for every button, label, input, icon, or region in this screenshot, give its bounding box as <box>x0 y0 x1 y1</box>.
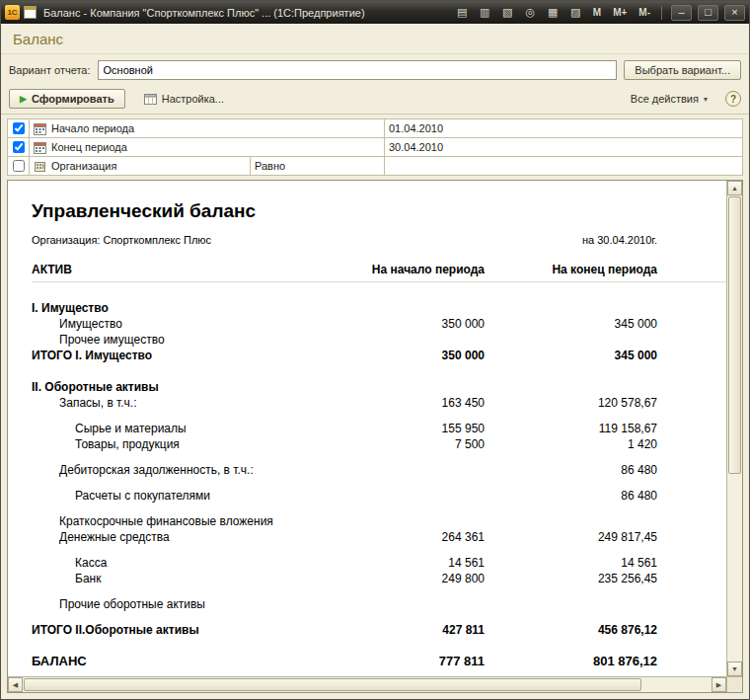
memory-m-button[interactable]: M <box>589 7 605 18</box>
filter-name: Конец периода <box>51 141 127 153</box>
report-row: ИТОГО I. Имущество350 000345 000 <box>32 348 726 363</box>
report-row: I. Имущество <box>32 300 726 316</box>
settings-button[interactable]: Настройка... <box>133 89 235 109</box>
horizontal-scrollbar-track[interactable] <box>642 677 712 692</box>
calendar-icon <box>34 141 46 154</box>
choose-variant-button[interactable]: Выбрать вариант... <box>624 60 741 80</box>
filter-name-cell[interactable]: Организация <box>30 157 251 175</box>
report-row: Дебиторская задолженность, в т.ч.:86 480 <box>32 462 726 478</box>
horizontal-scrollbar[interactable]: ◀ ▶ <box>8 676 726 692</box>
print-icon[interactable]: ▥ <box>476 4 494 21</box>
report-row: БАЛАНС777 811801 876,12 <box>32 654 726 669</box>
scrollbar-corner <box>726 676 742 692</box>
filter-value-cell[interactable] <box>385 157 743 175</box>
scroll-left-button[interactable]: ◀ <box>8 677 23 692</box>
vertical-scrollbar-thumb[interactable] <box>728 196 741 474</box>
app-icon: 1С <box>5 5 20 20</box>
horizontal-scrollbar-thumb[interactable] <box>24 678 641 691</box>
scroll-down-button[interactable]: ▼ <box>727 661 742 676</box>
report-row: Касса14 56114 561 <box>32 555 726 571</box>
filter-checkbox[interactable] <box>13 141 25 153</box>
form-icon <box>24 6 37 19</box>
report-frame: Управленческий баланс Организация: Спорт… <box>7 180 743 693</box>
toolbar-right: Все действия ▾ ? <box>620 89 741 109</box>
calculator-icon[interactable]: ▦ <box>544 4 562 21</box>
column-header-end: На конец периода <box>485 262 657 277</box>
filter-row-organization: Организация Равно <box>8 157 743 176</box>
settings-icon <box>144 93 157 106</box>
minimize-button[interactable]: – <box>671 5 692 21</box>
page-title: Баланс <box>1 24 749 54</box>
window-title: Баланс - Компания "Спорткомплекс Плюс" .… <box>43 7 449 19</box>
scroll-right-button[interactable]: ▶ <box>712 677 726 692</box>
report-row: Сырье и материалы155 950119 158,67 <box>32 421 726 436</box>
calendar-icon[interactable]: ▨ <box>566 4 585 21</box>
report-row-spacer <box>32 545 726 555</box>
chevron-down-icon: ▾ <box>704 95 708 104</box>
filter-value-cell[interactable]: 01.04.2010 <box>385 119 743 137</box>
play-icon: ▶ <box>20 94 27 104</box>
generate-button[interactable]: ▶ Сформировать <box>9 89 125 109</box>
report-area: Управленческий баланс Организация: Спорт… <box>8 181 726 676</box>
memory-m-minus-button[interactable]: M- <box>635 7 654 18</box>
toolbar: ▶ Сформировать Настройка... Все действия… <box>1 85 749 115</box>
close-button[interactable]: × <box>724 5 745 21</box>
help-button[interactable]: ? <box>725 91 741 107</box>
report-variant-row: Вариант отчета: Выбрать вариант... <box>1 54 749 85</box>
filter-checkbox[interactable] <box>13 122 25 134</box>
organization-icon <box>34 160 46 173</box>
maximize-button[interactable]: □ <box>698 5 718 21</box>
filter-checkbox[interactable] <box>13 160 25 172</box>
calendar-icon <box>34 122 46 135</box>
variant-input[interactable] <box>98 60 618 80</box>
filter-checkbox-cell <box>8 119 30 137</box>
report-row-spacer <box>32 478 726 488</box>
report-title: Управленческий баланс <box>32 200 726 222</box>
app-window: 1С Баланс - Компания "Спорткомплекс Плюс… <box>0 0 750 700</box>
filter-name-cell[interactable]: Начало периода <box>30 119 385 137</box>
report-row: Расчеты с покупателями86 480 <box>32 488 726 504</box>
filter-value-cell[interactable]: 30.04.2010 <box>385 138 743 156</box>
report-row-spacer <box>32 586 726 596</box>
report-organization: Организация: Спорткомплекс Плюс <box>32 234 211 246</box>
print-preview-icon[interactable]: ▧ <box>498 4 517 21</box>
all-actions-label: Все действия <box>631 93 699 105</box>
report-row: Товары, продукция7 5001 420 <box>32 436 726 452</box>
report-row-spacer <box>32 452 726 462</box>
all-actions-button[interactable]: Все действия ▾ <box>620 89 718 109</box>
filter-checkbox-cell <box>8 157 30 175</box>
report-rows: I. ИмуществоИмущество350 000345 000Проче… <box>32 300 726 669</box>
memory-m-plus-button[interactable]: M+ <box>609 7 631 18</box>
find-icon[interactable]: ◎ <box>521 4 540 21</box>
titlebar: 1С Баланс - Компания "Спорткомплекс Плюс… <box>1 1 749 24</box>
filter-row-start-period: Начало периода 01.04.2010 <box>8 119 743 138</box>
report-row-spacer <box>32 363 726 379</box>
variant-label: Вариант отчета: <box>9 64 91 76</box>
report-row-spacer <box>32 638 726 654</box>
report-row: Денежные средства264 361249 817,45 <box>32 529 726 545</box>
report-row: ИТОГО II.Оборотные активы427 811456 876,… <box>32 622 726 638</box>
filter-name: Организация <box>51 160 116 172</box>
vertical-scrollbar-track[interactable] <box>727 475 742 661</box>
filter-checkbox-cell <box>8 138 30 156</box>
settings-label: Настройка... <box>162 93 224 105</box>
report-date: на 30.04.2010г. <box>582 234 657 246</box>
filter-condition-cell[interactable]: Равно <box>251 157 385 175</box>
report-row-spacer <box>32 504 726 513</box>
report-row: Прочие оборотные активы <box>32 596 726 612</box>
column-header-aktiv: АКТИВ <box>32 262 337 277</box>
save-icon[interactable]: ▤ <box>453 4 472 21</box>
report-row: Запасы, в т.ч.:163 450120 578,67 <box>32 395 726 411</box>
report-row-spacer <box>32 612 726 622</box>
report-row: Имущество350 000345 000 <box>32 316 726 332</box>
report-row: II. Оборотные активы <box>32 379 726 395</box>
report-row: Прочее имущество <box>32 332 726 348</box>
column-header-start: На начало периода <box>337 262 485 277</box>
report-row: Краткосрочные финансовые вложения <box>32 513 726 529</box>
generate-label: Сформировать <box>32 93 114 105</box>
quick-settings: Начало периода 01.04.2010 Конец периода <box>7 118 743 176</box>
vertical-scrollbar[interactable]: ▲ ▼ <box>726 181 742 676</box>
filter-row-end-period: Конец периода 30.04.2010 <box>8 138 743 157</box>
scroll-up-button[interactable]: ▲ <box>727 181 742 195</box>
filter-name-cell[interactable]: Конец периода <box>30 138 385 156</box>
